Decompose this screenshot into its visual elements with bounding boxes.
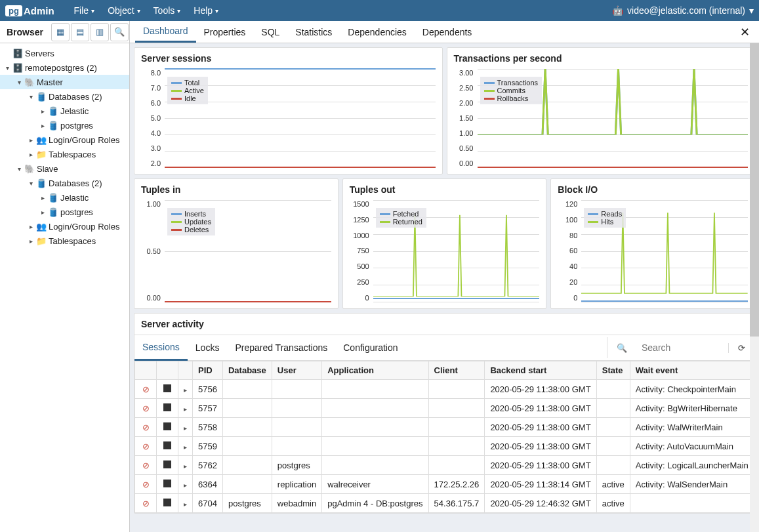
tree-servers[interactable]: 🗄️Servers — [0, 46, 129, 60]
cancel-icon[interactable]: ⊘ — [140, 441, 151, 451]
expand-icon[interactable]: ▸ — [26, 151, 35, 158]
tab-dependencies[interactable]: Dependencies — [340, 21, 415, 43]
tab-dependents[interactable]: Dependents — [415, 21, 480, 43]
cell-client — [428, 456, 485, 475]
tree-login-roles-master[interactable]: ▸👥Login/Group Roles — [0, 133, 129, 147]
cancel-icon[interactable]: ⊘ — [140, 384, 151, 394]
column-header[interactable]: Client — [428, 361, 485, 380]
tab-statistics[interactable]: Statistics — [287, 21, 340, 43]
cancel-icon[interactable]: ⊘ — [140, 460, 151, 470]
tool-grid-icon[interactable]: ▤ — [71, 23, 89, 41]
vertical-scrollbar[interactable] — [750, 43, 759, 532]
search-input[interactable] — [636, 337, 728, 358]
expand-row-icon[interactable]: ▸ — [184, 462, 187, 470]
table-row[interactable]: ⊘▸5762postgres2020-05-29 11:38:00 GMTAct… — [135, 456, 754, 475]
tool-filter-icon[interactable]: ▥ — [91, 23, 109, 41]
expand-row-icon[interactable]: ▸ — [184, 481, 187, 489]
stop-icon[interactable] — [162, 403, 173, 412]
column-header[interactable] — [135, 361, 157, 380]
tab-dashboard[interactable]: Dashboard — [135, 21, 196, 43]
table-row[interactable]: ⊘▸6704postgreswebadminpgAdmin 4 - DB:pos… — [135, 494, 754, 513]
column-header[interactable]: User — [272, 361, 321, 380]
stop-icon[interactable] — [162, 498, 173, 507]
expand-row-icon[interactable]: ▸ — [184, 405, 187, 413]
collapse-icon[interactable]: ▾ — [3, 64, 12, 72]
table-row[interactable]: ⊘▸6364replicationwalreceiver172.25.2.262… — [135, 475, 754, 494]
cell-state — [596, 399, 630, 418]
tree-remotepostgres[interactable]: ▾🗄️remotepostgres (2) — [0, 60, 129, 75]
cell-pid: 6364 — [193, 475, 223, 494]
tree-login-roles-slave[interactable]: ▸👥Login/Group Roles — [0, 219, 129, 234]
expand-icon[interactable]: ▸ — [38, 194, 47, 201]
menu-tools[interactable]: Tools▾ — [147, 5, 188, 16]
collapse-icon[interactable]: ▾ — [14, 165, 24, 173]
tree-tablespaces-master[interactable]: ▸📁Tablespaces — [0, 147, 129, 161]
tab-properties[interactable]: Properties — [196, 21, 254, 43]
collapse-icon[interactable]: ▾ — [14, 79, 24, 86]
menu-file[interactable]: File▾ — [68, 5, 102, 16]
stop-icon[interactable] — [162, 384, 173, 393]
column-header[interactable]: Wait event — [630, 361, 754, 380]
tool-properties-icon[interactable]: ▦ — [51, 23, 70, 41]
cell-client — [428, 418, 485, 437]
column-header[interactable]: Database — [222, 361, 272, 380]
cancel-icon[interactable]: ⊘ — [140, 403, 151, 413]
user-menu[interactable]: 🤖 video@jelastic.com (internal) ▾ — [612, 5, 754, 16]
cancel-icon[interactable]: ⊘ — [140, 422, 151, 432]
tree-db-postgres[interactable]: ▸🛢️postgres — [0, 118, 129, 133]
close-icon[interactable]: ✕ — [731, 21, 759, 43]
table-row[interactable]: ⊘▸57592020-05-29 11:38:00 GMTActivity: A… — [135, 437, 754, 456]
cell-database — [222, 418, 272, 437]
activity-tab-sessions[interactable]: Sessions — [134, 335, 188, 361]
stop-icon[interactable] — [162, 441, 173, 450]
expand-row-icon[interactable]: ▸ — [184, 501, 187, 508]
column-header[interactable]: Backend start — [485, 361, 596, 380]
column-header[interactable]: State — [596, 361, 630, 380]
collapse-icon[interactable]: ▾ — [26, 93, 35, 100]
column-header[interactable]: Application — [322, 361, 428, 380]
expand-icon[interactable]: ▸ — [38, 108, 47, 115]
cell-backend_start: 2020-05-29 11:38:00 GMT — [485, 418, 596, 437]
content-area: Dashboard Properties SQL Statistics Depe… — [130, 21, 759, 532]
column-header[interactable]: PID — [193, 361, 223, 380]
tool-search-icon[interactable]: 🔍 — [110, 23, 129, 41]
menu-object[interactable]: Object▾ — [101, 5, 146, 16]
tree-db-postgres-slave[interactable]: ▸🛢️postgres — [0, 205, 129, 219]
cell-client — [428, 380, 485, 399]
cell-wait_event: Activity: WalWriterMain — [630, 418, 754, 437]
table-row[interactable]: ⊘▸57572020-05-29 11:38:00 GMTActivity: B… — [135, 399, 754, 418]
expand-icon[interactable]: ▸ — [26, 223, 35, 230]
tree-slave[interactable]: ▾🐘Slave — [0, 161, 129, 176]
expand-row-icon[interactable]: ▸ — [184, 386, 187, 394]
table-row[interactable]: ⊘▸57562020-05-29 11:38:00 GMTActivity: C… — [135, 380, 754, 399]
expand-icon[interactable]: ▸ — [26, 136, 35, 144]
menu-help[interactable]: Help▾ — [187, 5, 225, 16]
tree-master[interactable]: ▾🐘Master — [0, 75, 129, 89]
expand-row-icon[interactable]: ▸ — [184, 443, 187, 451]
activity-tab-locks[interactable]: Locks — [188, 336, 228, 359]
stop-icon[interactable] — [162, 422, 173, 431]
cell-application — [322, 437, 428, 456]
column-header[interactable] — [157, 361, 178, 380]
cell-user: postgres — [272, 456, 321, 475]
cancel-icon[interactable]: ⊘ — [140, 499, 151, 508]
table-row[interactable]: ⊘▸57582020-05-29 11:38:00 GMTActivity: W… — [135, 418, 754, 437]
activity-tab-configuration[interactable]: Configuration — [335, 336, 405, 359]
stop-icon[interactable] — [162, 460, 173, 469]
column-header[interactable] — [178, 361, 193, 380]
tab-sql[interactable]: SQL — [253, 21, 287, 43]
activity-tab-prepared[interactable]: Prepared Transactions — [227, 336, 335, 359]
expand-row-icon[interactable]: ▸ — [184, 424, 187, 432]
collapse-icon[interactable]: ▾ — [26, 180, 35, 187]
tree-databases-master[interactable]: ▾🛢️Databases (2) — [0, 89, 129, 104]
cell-wait_event: Activity: CheckpointerMain — [630, 380, 754, 399]
expand-icon[interactable]: ▸ — [38, 209, 47, 216]
tree-db-jelastic[interactable]: ▸🛢️Jelastic — [0, 104, 129, 118]
tree-db-jelastic-slave[interactable]: ▸🛢️Jelastic — [0, 190, 129, 205]
expand-icon[interactable]: ▸ — [38, 122, 47, 129]
stop-icon[interactable] — [162, 479, 173, 488]
cancel-icon[interactable]: ⊘ — [140, 480, 151, 489]
tree-tablespaces-slave[interactable]: ▸📁Tablespaces — [0, 234, 129, 248]
tree-databases-slave[interactable]: ▾🛢️Databases (2) — [0, 176, 129, 190]
expand-icon[interactable]: ▸ — [26, 237, 35, 245]
